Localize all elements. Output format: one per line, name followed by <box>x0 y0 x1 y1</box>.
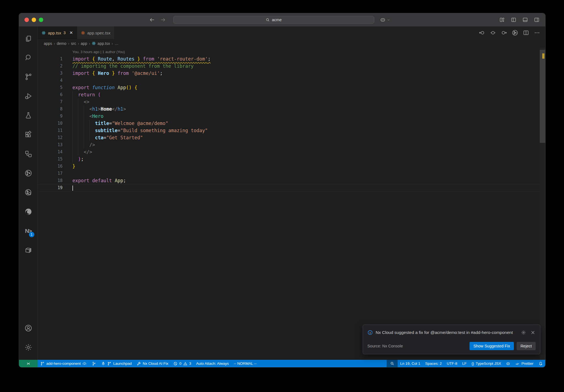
code-line[interactable]: 9 <Hero <box>38 113 540 120</box>
graph-search-icon[interactable] <box>19 183 38 202</box>
code-line[interactable]: 5export function App() { <box>38 84 540 91</box>
code-line[interactable]: 10 title="Welcmoe @acme/demo" <box>38 120 540 127</box>
launchpad-label: Launchpad <box>113 361 132 366</box>
breadcrumb-item[interactable]: app <box>81 41 87 46</box>
cursor-position-status[interactable]: Ln 19, Col 1 <box>398 360 423 367</box>
git-graph-status[interactable] <box>89 360 99 367</box>
notifications-status[interactable] <box>536 360 545 367</box>
git-blame-annotation: You, 3 hours ago | 1 author (You) <box>72 50 125 54</box>
customize-layout-icon[interactable] <box>499 17 505 23</box>
breadcrumb-more[interactable]: … <box>115 41 118 46</box>
code-line[interactable]: 15 ); <box>38 156 540 163</box>
code-line[interactable]: 16} <box>38 163 540 170</box>
code-line[interactable]: 13 /> <box>38 141 540 148</box>
vim-mode-status[interactable]: -- NORMAL -- <box>231 360 259 367</box>
vscode-window: acme <box>19 13 546 368</box>
toggle-secondary-sidebar-icon[interactable] <box>534 17 540 23</box>
copilot-status[interactable] <box>503 360 513 367</box>
code-line[interactable]: 7 <> <box>38 98 540 105</box>
toggle-panel-icon[interactable] <box>522 17 528 23</box>
warning-count: 3 <box>189 361 191 366</box>
run-debug-icon[interactable] <box>19 86 38 106</box>
problems-status[interactable]: 0 3 <box>171 360 194 367</box>
tab-bar: app.tsx 3 ✕ app.spec.tsx <box>38 26 545 39</box>
step-back-icon[interactable] <box>479 29 485 36</box>
code-line[interactable]: 14 </> <box>38 148 540 156</box>
command-center-search[interactable]: acme <box>173 16 374 24</box>
language-mode-status[interactable]: {} TypeScript JSX <box>469 360 503 367</box>
search-sidebar-icon[interactable] <box>19 48 38 67</box>
code-line[interactable]: 8 <h1>Home</h1> <box>38 105 540 113</box>
breadcrumb-item[interactable]: src <box>71 41 76 46</box>
remote-indicator[interactable] <box>19 360 38 367</box>
copilot-icon <box>380 17 386 23</box>
code-line[interactable]: 1import { Route, Routes } from 'react-ro… <box>38 55 540 62</box>
source-control-icon[interactable] <box>19 67 38 86</box>
tab-app-spec-tsx[interactable]: app.spec.tsx <box>77 26 115 39</box>
close-window-button[interactable] <box>25 18 29 22</box>
step-current-icon[interactable] <box>490 29 496 36</box>
indentation-status[interactable]: Spaces: 2 <box>423 360 444 367</box>
bell-icon <box>538 361 543 366</box>
container-icon[interactable] <box>19 241 38 260</box>
run-graph-icon[interactable] <box>512 29 518 36</box>
reject-button[interactable]: Reject <box>517 342 536 350</box>
graph-circle-icon[interactable] <box>19 164 38 183</box>
line-number: 10 <box>38 120 63 127</box>
toast-gear-icon[interactable] <box>521 330 526 335</box>
eol-status[interactable]: LF <box>460 360 469 367</box>
line-number: 6 <box>38 91 63 98</box>
code-line[interactable]: 17 <box>38 170 540 177</box>
encoding-status[interactable]: UTF-8 <box>444 360 460 367</box>
show-suggested-fix-button[interactable]: Show Suggested Fix <box>470 342 514 350</box>
code-line[interactable]: 11 subtitle="Build something amazing tod… <box>38 127 540 134</box>
toast-close-icon[interactable] <box>530 330 536 335</box>
split-editor-icon[interactable] <box>523 29 529 36</box>
account-icon[interactable] <box>19 318 38 338</box>
code-line[interactable]: 3import { Hero } from '@acme/ui'; <box>38 70 540 77</box>
nx-cloud-fix-status[interactable]: Nx Cloud AI Fix <box>134 360 171 367</box>
zoom-indicator[interactable] <box>387 360 398 367</box>
copilot-menu[interactable] <box>380 17 391 23</box>
code-line[interactable]: 18export default App; <box>38 177 540 184</box>
step-forward-icon[interactable] <box>501 29 507 36</box>
maximize-window-button[interactable] <box>39 18 43 22</box>
breadcrumb-item[interactable]: demo <box>57 41 66 46</box>
wrench-icon <box>137 361 141 366</box>
extensions-icon[interactable] <box>19 125 38 144</box>
breadcrumb-item[interactable]: apps <box>44 41 52 46</box>
line-number: 18 <box>38 177 63 184</box>
formatter-status[interactable]: Prettier <box>513 360 536 367</box>
code-editor[interactable]: You, 3 hours ago | 1 author (You) 1impor… <box>38 48 545 360</box>
minimize-window-button[interactable] <box>32 18 36 22</box>
scrollbar-thumb[interactable] <box>540 50 545 143</box>
code-line[interactable]: 19 <box>38 184 540 191</box>
code-line[interactable]: 6 return ( <box>38 91 540 98</box>
testing-icon[interactable] <box>19 106 38 125</box>
copilot-icon <box>506 361 510 366</box>
notification-toast: Nx Cloud suggested a fix for @acme/demo:… <box>363 325 540 354</box>
tab-app-tsx[interactable]: app.tsx 3 ✕ <box>38 26 77 39</box>
close-tab-icon[interactable]: ✕ <box>69 30 73 35</box>
react-test-icon <box>81 31 85 35</box>
edge-browser-icon[interactable] <box>19 202 38 221</box>
code-line[interactable]: 12 cta="Get Started" <box>38 134 540 141</box>
nx-icon[interactable]: N> 1 <box>19 221 38 241</box>
editor-scrollbar[interactable] <box>540 48 545 360</box>
git-branch-icon <box>40 361 45 366</box>
navigate-back-icon[interactable] <box>149 17 155 23</box>
auto-attach-status[interactable]: Auto Attach: Always <box>194 360 231 367</box>
settings-gear-icon[interactable] <box>19 338 38 357</box>
search-icon <box>265 18 270 22</box>
connected-boxes-icon[interactable] <box>19 144 38 164</box>
navigate-forward-icon[interactable] <box>160 17 166 23</box>
line-number: 5 <box>38 84 63 91</box>
code-line[interactable]: 4 <box>38 77 540 84</box>
more-actions-icon[interactable] <box>534 29 540 36</box>
code-line[interactable]: 2// importing the component from the lib… <box>38 62 540 70</box>
launchpad-status[interactable]: Launchpad <box>99 360 134 367</box>
explorer-icon[interactable] <box>19 29 38 48</box>
breadcrumb-item[interactable]: app.tsx <box>97 41 110 46</box>
toggle-primary-sidebar-icon[interactable] <box>511 17 517 23</box>
git-branch-status[interactable]: add-hero-component <box>38 360 89 367</box>
